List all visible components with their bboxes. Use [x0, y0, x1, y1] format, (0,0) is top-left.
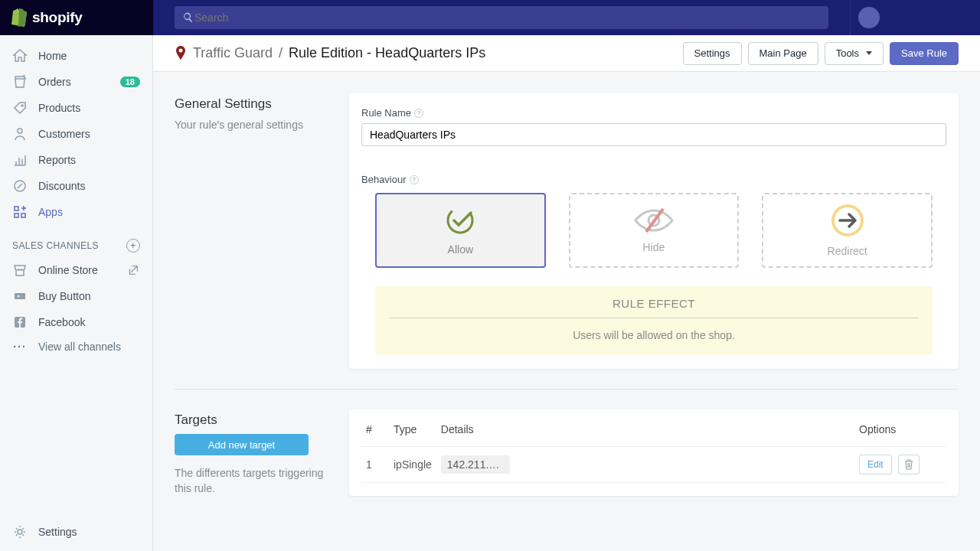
nav-label: Customers	[38, 128, 90, 140]
behaviour-redirect[interactable]: Redirect	[762, 193, 933, 268]
behaviour-hide[interactable]: Hide	[569, 193, 740, 268]
svg-point-7	[18, 530, 22, 534]
section-divider	[175, 389, 959, 390]
sidebar-item-apps[interactable]: Apps	[0, 199, 152, 225]
logo-text: shopify	[32, 9, 82, 26]
delete-button[interactable]	[898, 455, 920, 474]
section-title: General Settings	[175, 96, 337, 112]
top-bar: shopify	[0, 0, 980, 35]
row-type: ipSingle	[389, 447, 436, 483]
rule-effect-text: Users will be allowed on the shop.	[389, 329, 919, 341]
behaviour-allow[interactable]: Allow	[375, 193, 546, 268]
search-icon	[182, 11, 194, 24]
search-box[interactable]	[175, 6, 828, 29]
rule-name-input[interactable]	[361, 123, 946, 146]
sidebar-item-buy-button[interactable]: Buy Button	[0, 283, 152, 309]
breadcrumb: Traffic Guard / Rule Edition - HeadQuart…	[193, 45, 485, 61]
sidebar-item-reports[interactable]: Reports	[0, 147, 152, 173]
add-new-target-button[interactable]: Add new target	[175, 434, 309, 455]
sidebar-item-products[interactable]: Products	[0, 95, 152, 121]
nav-label: Facebook	[38, 316, 85, 328]
trash-icon	[904, 459, 913, 470]
rule-effect-title: RULE EFFECT	[389, 297, 919, 310]
gear-icon	[12, 524, 28, 540]
sidebar-item-view-all[interactable]: ··· View all channels	[0, 335, 152, 358]
store-icon	[12, 262, 28, 278]
shopify-bag-icon	[11, 8, 28, 27]
nav-label: Products	[38, 102, 80, 114]
products-icon	[12, 100, 28, 116]
apps-icon	[12, 204, 28, 220]
breadcrumb-sep: /	[279, 45, 283, 61]
nav-label: Buy Button	[38, 290, 91, 302]
settings-button[interactable]: Settings	[683, 42, 742, 65]
behaviour-row: Allow Hide Redirect	[361, 193, 946, 268]
row-details-chip: 142.211.104.1...	[441, 455, 510, 474]
sidebar-item-facebook[interactable]: Facebook	[0, 309, 152, 335]
targets-table: # Type Details Options 1 ipSingle 142.21…	[361, 417, 946, 483]
nav-label: Orders	[38, 76, 71, 88]
orders-icon	[12, 74, 28, 90]
sidebar-item-customers[interactable]: Customers	[0, 121, 152, 147]
check-circle-icon	[442, 205, 479, 236]
nav-label: View all channels	[38, 341, 121, 353]
section-desc: The differents targets triggering this r…	[175, 466, 337, 496]
home-icon	[12, 48, 28, 64]
sidebar-item-settings[interactable]: Settings	[0, 519, 152, 545]
customers-icon	[12, 126, 28, 142]
facebook-icon	[12, 315, 28, 330]
svg-rect-4	[21, 214, 25, 217]
section-title: Targets	[175, 412, 337, 428]
sidebar-item-discounts[interactable]: Discounts	[0, 173, 152, 199]
pin-icon	[175, 46, 187, 61]
external-link-icon[interactable]	[126, 263, 140, 277]
row-num: 1	[361, 447, 389, 483]
more-icon: ···	[12, 341, 28, 353]
main-content: Traffic Guard / Rule Edition - HeadQuart…	[153, 35, 980, 551]
eye-off-icon	[632, 207, 675, 233]
targets-card: # Type Details Options 1 ipSingle 142.21…	[349, 409, 959, 496]
svg-rect-2	[15, 207, 18, 210]
help-icon[interactable]: ?	[414, 109, 423, 118]
section-desc: Your rule's general settings	[175, 118, 337, 133]
col-options: Options	[854, 417, 946, 447]
general-card: Rule Name ? Behaviour ? Allow	[349, 93, 959, 369]
orders-badge: 18	[120, 77, 140, 87]
svg-rect-3	[15, 214, 18, 217]
sales-channels-heading: SALES CHANNELS +	[0, 225, 152, 257]
save-rule-button[interactable]: Save Rule	[890, 42, 959, 65]
search-wrap	[153, 6, 850, 29]
nav-label: Home	[38, 50, 67, 62]
col-num: #	[361, 417, 389, 447]
nav-label: Apps	[38, 206, 63, 218]
search-input[interactable]	[194, 11, 821, 24]
nav-label: Reports	[38, 154, 76, 166]
edit-button[interactable]: Edit	[859, 455, 892, 474]
logo[interactable]: shopify	[0, 0, 153, 35]
sidebar-item-home[interactable]: Home	[0, 43, 152, 69]
buy-button-icon	[12, 289, 28, 304]
tools-dropdown[interactable]: Tools	[825, 42, 884, 65]
rule-name-label: Rule Name ?	[361, 107, 946, 119]
help-icon[interactable]: ?	[410, 175, 419, 184]
sidebar-item-online-store[interactable]: Online Store	[0, 257, 152, 283]
main-page-button[interactable]: Main Page	[748, 42, 818, 65]
col-type: Type	[389, 417, 436, 447]
avatar[interactable]	[858, 7, 880, 28]
nav-label: Discounts	[38, 180, 85, 192]
add-channel-icon[interactable]: +	[126, 239, 140, 253]
col-details: Details	[436, 417, 854, 447]
sidebar-item-orders[interactable]: Orders 18	[0, 69, 152, 95]
nav-label: Online Store	[38, 264, 98, 276]
breadcrumb-page: Rule Edition - HeadQuarters IPs	[289, 45, 485, 61]
breadcrumb-app[interactable]: Traffic Guard	[193, 45, 273, 61]
header-actions: Settings Main Page Tools Save Rule	[683, 42, 959, 65]
page-header: Traffic Guard / Rule Edition - HeadQuart…	[153, 35, 980, 72]
svg-point-0	[18, 129, 22, 133]
behaviour-label: Behaviour ?	[361, 174, 946, 185]
chevron-down-icon	[866, 51, 872, 55]
reports-icon	[12, 152, 28, 168]
redirect-icon	[831, 204, 864, 237]
sidebar: Home Orders 18 Products Customers Report…	[0, 35, 153, 551]
nav-label: Settings	[38, 526, 77, 538]
